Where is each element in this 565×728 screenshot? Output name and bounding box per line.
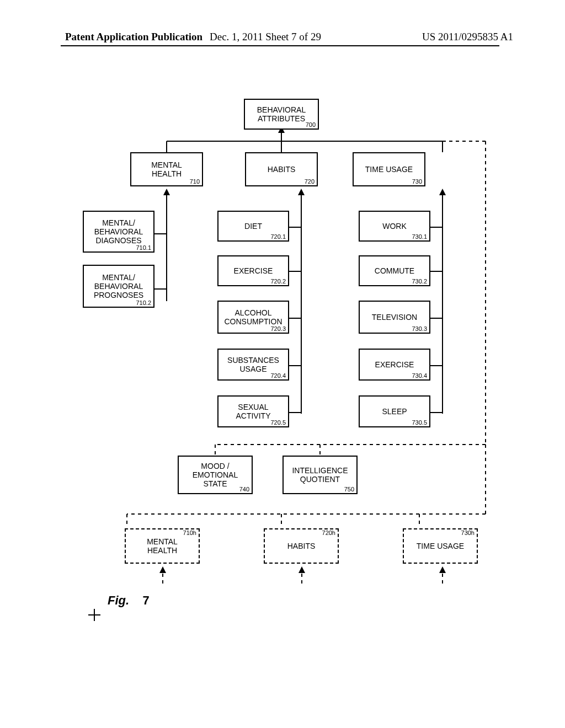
node-sleep: SLEEP 730.5 xyxy=(359,395,430,427)
registration-cross-icon xyxy=(88,609,100,621)
node-ref: 720.3 xyxy=(270,326,286,332)
node-ref: 720h xyxy=(322,530,335,536)
node-ref: 710.1 xyxy=(136,245,151,251)
node-mental-health-h: MENTAL HEALTH 710h xyxy=(125,528,200,564)
node-label: SUBSTANCES USAGE xyxy=(227,356,279,373)
node-mood-emotional-state: MOOD / EMOTIONAL STATE 740 xyxy=(178,456,253,494)
node-mental-behavioral-diagnoses: MENTAL/ BEHAVIORAL DIAGNOSES 710.1 xyxy=(83,211,154,253)
node-alcohol-consumption: ALCOHOL CONSUMPTION 720.3 xyxy=(217,301,289,334)
node-ref: 700 xyxy=(306,122,316,128)
figure-prefix: Fig. xyxy=(108,593,129,607)
node-habits-h: HABITS 720h xyxy=(264,528,339,564)
node-label: TELEVISION xyxy=(372,313,417,322)
node-intelligence-quotient: INTELLIGENCE QUOTIENT 750 xyxy=(282,456,358,494)
node-time-usage-h: TIME USAGE 730h xyxy=(403,528,478,564)
node-label: DIET xyxy=(244,222,262,231)
node-time-usage: TIME USAGE 730 xyxy=(353,152,425,186)
node-mental-behavioral-prognoses: MENTAL/ BEHAVIORAL PROGNOSES 710.2 xyxy=(83,265,154,308)
node-label: EXERCISE xyxy=(234,266,273,275)
node-label: BEHAVIORAL ATTRIBUTES xyxy=(257,105,306,123)
node-label: SEXUAL ACTIVITY xyxy=(236,403,270,420)
page: Patent Application Publication Dec. 1, 2… xyxy=(0,0,565,728)
node-ref: 720.4 xyxy=(270,373,286,379)
node-ref: 730.1 xyxy=(412,234,427,240)
node-label: MOOD / EMOTIONAL STATE xyxy=(193,462,238,488)
node-ref: 720.1 xyxy=(270,234,286,240)
node-label: MENTAL HEALTH xyxy=(147,537,178,555)
node-ref: 740 xyxy=(239,486,249,493)
node-label: COMMUTE xyxy=(375,266,414,275)
header-right: US 2011/0295835 A1 xyxy=(422,31,513,43)
node-exercise-time: EXERCISE 730.4 xyxy=(359,349,430,381)
node-label: WORK xyxy=(382,222,407,231)
node-label: HABITS xyxy=(287,542,316,550)
node-ref: 710.2 xyxy=(136,300,151,306)
node-label: HABITS xyxy=(268,165,296,174)
node-ref: 730 xyxy=(412,179,422,185)
node-ref: 710h xyxy=(183,530,196,536)
node-sexual-activity: SEXUAL ACTIVITY 720.5 xyxy=(217,395,289,427)
header-middle: Dec. 1, 2011 Sheet 7 of 29 xyxy=(210,31,321,43)
node-television: TELEVISION 730.3 xyxy=(359,301,430,334)
node-commute: COMMUTE 730.2 xyxy=(359,255,430,286)
node-work: WORK 730.1 xyxy=(359,211,430,242)
node-ref: 730h xyxy=(461,530,475,536)
node-label: MENTAL/ BEHAVIORAL PROGNOSES xyxy=(94,273,143,299)
node-label: MENTAL/ BEHAVIORAL DIAGNOSES xyxy=(94,218,143,245)
header-rule xyxy=(61,45,499,46)
node-substances-usage: SUBSTANCES USAGE 720.4 xyxy=(217,349,289,381)
node-ref: 720.5 xyxy=(270,420,286,426)
node-ref: 720.2 xyxy=(270,279,286,285)
node-ref: 730.5 xyxy=(412,420,427,426)
node-label: MENTAL HEALTH xyxy=(151,160,182,178)
node-ref: 750 xyxy=(344,486,354,493)
node-diet: DIET 720.1 xyxy=(217,211,289,242)
node-ref: 710 xyxy=(190,179,200,185)
node-label: EXERCISE xyxy=(375,360,414,369)
node-ref: 730.2 xyxy=(412,279,427,285)
node-label: TIME USAGE xyxy=(417,542,464,550)
node-habits: HABITS 720 xyxy=(245,152,318,186)
header-left: Patent Application Publication xyxy=(65,31,202,43)
node-ref: 730.3 xyxy=(412,326,427,332)
node-ref: 730.4 xyxy=(412,373,427,379)
node-label: TIME USAGE xyxy=(365,165,413,174)
node-label: ALCOHOL CONSUMPTION xyxy=(225,308,282,326)
node-behavioral-attributes: BEHAVIORAL ATTRIBUTES 700 xyxy=(244,99,319,130)
node-label: SLEEP xyxy=(382,407,407,416)
node-mental-health: MENTAL HEALTH 710 xyxy=(130,152,203,186)
node-exercise-habit: EXERCISE 720.2 xyxy=(217,255,289,286)
node-label: INTELLIGENCE QUOTIENT xyxy=(292,466,348,484)
node-ref: 720 xyxy=(305,179,315,185)
figure-label: Fig. 7 xyxy=(108,593,150,608)
figure-number: 7 xyxy=(143,593,150,607)
